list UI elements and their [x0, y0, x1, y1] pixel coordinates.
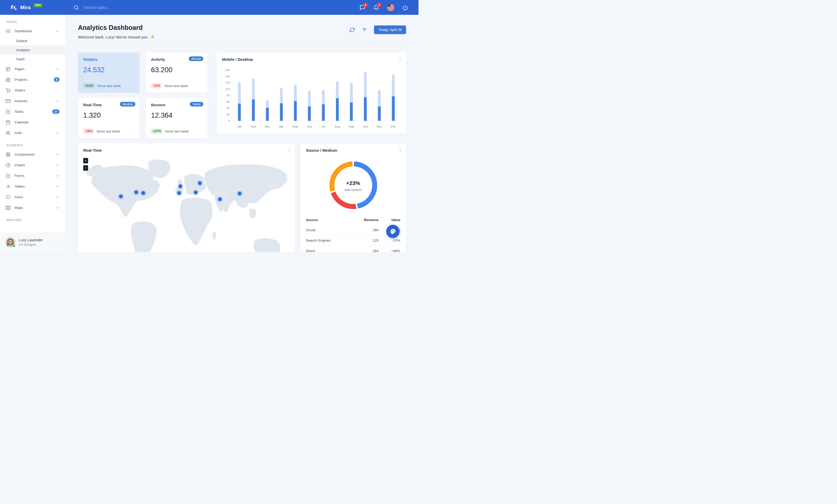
sidebar-item-tables[interactable]: Tables [0, 181, 65, 192]
sidebar-item-default[interactable]: Default [0, 36, 65, 45]
bar-desktop[interactable] [336, 98, 339, 121]
sidebar-item-label: Forms [15, 174, 24, 178]
map-marker[interactable] [236, 190, 243, 197]
map-marker[interactable] [177, 183, 183, 189]
sidebar-item-dashboard[interactable]: Dashboard [0, 26, 65, 36]
sidebar-item-invoices[interactable]: Invoices [0, 96, 65, 106]
bar-desktop[interactable] [294, 101, 297, 121]
map-marker[interactable] [133, 189, 139, 195]
bar-desktop[interactable] [392, 96, 395, 121]
chevron-down-icon [55, 131, 59, 135]
source-menu-button[interactable] [398, 148, 403, 152]
chevron-up-icon [55, 29, 59, 33]
language-button[interactable] [387, 4, 394, 11]
sidebar-item-components[interactable]: Components [0, 149, 65, 160]
avatar [5, 237, 15, 247]
bar-mobile[interactable] [322, 90, 325, 106]
bar-desktop[interactable] [308, 107, 311, 121]
sidebar-item-analytics[interactable]: Analytics [0, 45, 65, 55]
bar-desktop[interactable] [266, 108, 269, 121]
stat-delta-badge: +14% [83, 83, 95, 88]
notifications-button[interactable]: 7 [373, 5, 379, 11]
map-marker[interactable] [140, 190, 146, 196]
messages-button[interactable]: 3 [359, 5, 365, 11]
sidebar-user[interactable]: Lucy Lavender UX Designer [0, 232, 65, 252]
logout-button[interactable] [403, 5, 408, 11]
stat-value: 1.320 [83, 111, 135, 119]
power-icon [403, 5, 408, 11]
sidebar-item-orders[interactable]: Orders [0, 85, 65, 96]
sidebar-item-calendar[interactable]: Calendar [0, 117, 65, 128]
stat-period-badge[interactable]: Yearly [190, 102, 203, 107]
sidebar-item-projects[interactable]: Projects 8 [0, 74, 65, 85]
sidebar-item-label: Components [15, 152, 35, 156]
svg-text:Feb: Feb [251, 125, 256, 128]
svg-text:60: 60 [227, 100, 230, 104]
brand[interactable]: Mira PRO [0, 4, 66, 11]
sidebar-item-tasks[interactable]: Tasks 17 [0, 106, 65, 117]
sidebar-item-charts[interactable]: Charts [0, 160, 65, 170]
map-zoom-out-button[interactable]: − [83, 165, 88, 171]
bar-mobile[interactable] [238, 82, 241, 106]
stat-period-badge[interactable]: Annual [189, 56, 203, 61]
sidebar-item-label: Maps [15, 206, 23, 210]
bar-mobile[interactable] [378, 90, 381, 109]
map-marker[interactable] [176, 190, 182, 196]
bar-desktop[interactable] [238, 104, 241, 121]
mira-logo-icon [11, 4, 17, 11]
bar-mobile[interactable] [392, 74, 395, 98]
grid-icon [6, 152, 11, 157]
search-input[interactable] [83, 5, 166, 10]
sidebar-item-saas[interactable]: SaaS [0, 55, 65, 64]
date-range-button[interactable]: Today: April 29 [374, 25, 406, 34]
credit-card-icon [6, 99, 11, 104]
user-role: UX Designer [19, 243, 42, 246]
map-marker[interactable] [217, 196, 223, 202]
more-vertical-icon [398, 148, 403, 152]
bar-desktop[interactable] [378, 107, 381, 121]
sidebar-item-forms[interactable]: Forms [0, 170, 65, 181]
bar-mobile[interactable] [308, 91, 311, 109]
sidebar-item-pages[interactable]: Pages [0, 64, 65, 74]
navbar-actions: 3 7 [359, 4, 418, 11]
bar-mobile[interactable] [336, 81, 339, 100]
bar-mobile[interactable] [364, 72, 367, 99]
sidebar-item-label: Auth [15, 131, 22, 135]
sidebar-item-maps[interactable]: Maps [0, 202, 65, 213]
map-marker[interactable] [197, 180, 203, 186]
cell-source: Search Engines [306, 236, 350, 246]
bar-mobile[interactable] [252, 78, 255, 101]
theme-settings-fab[interactable] [386, 225, 399, 238]
bar-mobile[interactable] [350, 82, 353, 105]
sidebar-item-label: Analytics [16, 48, 30, 52]
bar-desktop[interactable] [364, 97, 367, 121]
cell-revenue: 164 [350, 246, 382, 252]
filter-button[interactable] [362, 27, 367, 33]
svg-text:160: 160 [225, 68, 230, 72]
bar-desktop[interactable] [252, 99, 255, 121]
map-zoom-in-button[interactable]: + [83, 158, 88, 163]
stat-delta-badge: -18% [83, 129, 94, 134]
sidebar-item-label: Default [16, 39, 27, 43]
bar-mobile[interactable] [280, 88, 283, 106]
stat-period-badge[interactable]: Monthly [120, 102, 136, 107]
svg-text:Nov: Nov [377, 125, 382, 128]
bar-desktop[interactable] [280, 104, 283, 121]
map-marker[interactable] [118, 193, 124, 200]
sidebar-item-auth[interactable]: Auth [0, 128, 65, 138]
sidebar-section-header: PAGES [0, 15, 65, 26]
online-status-dot [13, 244, 16, 247]
chevron-down-icon [55, 195, 59, 199]
map-menu-button[interactable] [287, 148, 291, 152]
activity-stat-card: Activity Annual 63.200 -12% Since last w… [146, 53, 208, 93]
bar-desktop[interactable] [350, 102, 353, 121]
world-map[interactable] [83, 157, 290, 252]
chevron-down-icon [55, 163, 59, 167]
chart-menu-button[interactable] [398, 57, 403, 61]
sidebar-item-icons[interactable]: Icons [0, 192, 65, 202]
map-marker[interactable] [193, 189, 199, 195]
shopping-cart-icon [6, 88, 11, 93]
refresh-button[interactable] [350, 27, 355, 33]
bar-desktop[interactable] [322, 104, 325, 121]
bar-mobile[interactable] [294, 85, 297, 103]
